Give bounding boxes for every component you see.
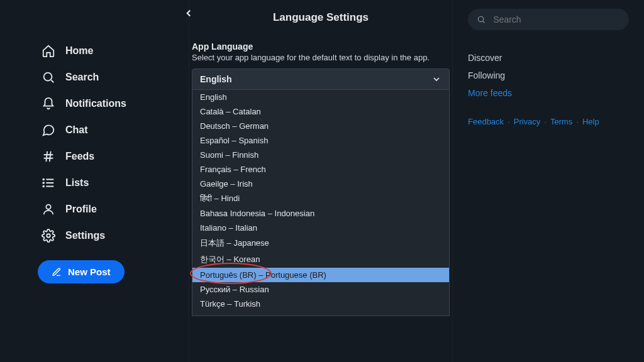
- footer-help[interactable]: Help: [582, 117, 599, 126]
- profile-icon: [42, 202, 55, 216]
- language-select-wrap: English EnglishCatalà – CatalanDeutsch –…: [192, 69, 450, 316]
- app-language-section: App Language Select your app language fo…: [189, 41, 452, 316]
- new-post-label: New Post: [68, 266, 111, 277]
- language-option[interactable]: 日本語 – Japanese: [192, 235, 449, 251]
- language-option[interactable]: Українська – Ukrainian: [192, 311, 449, 316]
- right-panel: Discover Following More feeds Feedback· …: [453, 0, 644, 362]
- nav-label: Lists: [65, 177, 89, 189]
- nav-label: Feeds: [65, 151, 94, 162]
- svg-point-5: [47, 234, 50, 238]
- nav-item-settings[interactable]: Settings: [38, 222, 174, 249]
- search-icon: [42, 70, 55, 84]
- new-post-button[interactable]: New Post: [38, 260, 125, 283]
- nav-item-chat[interactable]: Chat: [38, 117, 174, 143]
- more-feeds-link[interactable]: More feeds: [468, 84, 629, 102]
- nav-label: Settings: [65, 230, 105, 241]
- section-description: Select your app language for the default…: [192, 53, 450, 62]
- nav-item-lists[interactable]: Lists: [38, 170, 174, 196]
- nav-label: Profile: [65, 204, 97, 215]
- section-heading: App Language: [192, 41, 450, 52]
- chevron-down-icon: [431, 74, 441, 84]
- sidebar: Home Search Notifications Chat Feeds Lis…: [0, 0, 189, 362]
- footer-feedback[interactable]: Feedback: [468, 117, 504, 126]
- footer-terms[interactable]: Terms: [550, 117, 572, 126]
- svg-point-6: [478, 16, 483, 21]
- nav-item-feeds[interactable]: Feeds: [38, 143, 174, 170]
- language-option[interactable]: Português (BR) – Portuguese (BR): [192, 268, 449, 282]
- language-option[interactable]: Bahasa Indonesia – Indonesian: [192, 206, 449, 221]
- search-input[interactable]: [492, 14, 620, 25]
- language-option[interactable]: Türkçe – Turkish: [192, 297, 449, 311]
- search-box[interactable]: [468, 9, 629, 30]
- footer-links: Feedback· Privacy· Terms· Help: [468, 117, 629, 126]
- language-option[interactable]: Gaeilge – Irish: [192, 177, 449, 191]
- svg-point-0: [44, 73, 52, 81]
- footer-privacy[interactable]: Privacy: [514, 117, 541, 126]
- language-option[interactable]: हिंदी – Hindi: [192, 191, 449, 206]
- language-option[interactable]: Русский – Russian: [192, 282, 449, 297]
- nav-label: Search: [65, 72, 99, 83]
- page-title: Language Settings: [189, 5, 452, 35]
- nav-label: Home: [65, 45, 93, 57]
- language-option[interactable]: Deutsch – German: [192, 119, 449, 133]
- svg-point-4: [46, 205, 50, 209]
- language-options-list: EnglishCatalà – CatalanDeutsch – GermanE…: [192, 90, 450, 316]
- search-icon: [477, 14, 486, 25]
- language-option[interactable]: 한국어 – Korean: [192, 251, 449, 268]
- nav-label: Chat: [65, 124, 88, 136]
- language-option[interactable]: English: [192, 90, 449, 104]
- nav-item-home[interactable]: Home: [38, 38, 174, 64]
- feed-link-discover[interactable]: Discover: [468, 49, 629, 67]
- settings-panel: Language Settings App Language Select yo…: [189, 0, 453, 362]
- language-option[interactable]: Français – French: [192, 162, 449, 177]
- feed-link-following[interactable]: Following: [468, 67, 629, 84]
- bell-icon: [42, 97, 55, 111]
- language-option[interactable]: Català – Catalan: [192, 104, 449, 119]
- language-select[interactable]: English: [192, 69, 450, 90]
- nav-label: Notifications: [65, 98, 126, 109]
- svg-point-3: [43, 186, 44, 187]
- gear-icon: [42, 229, 55, 243]
- home-icon: [42, 44, 55, 58]
- nav-list: Home Search Notifications Chat Feeds Lis…: [38, 38, 174, 249]
- language-option[interactable]: Suomi – Finnish: [192, 148, 449, 162]
- svg-point-2: [43, 182, 44, 184]
- nav-item-profile[interactable]: Profile: [38, 196, 174, 222]
- hash-icon: [42, 150, 55, 163]
- list-icon: [42, 176, 55, 190]
- svg-point-1: [43, 179, 44, 180]
- compose-icon: [52, 267, 62, 277]
- feeds-box: Discover Following More feeds: [468, 49, 629, 102]
- language-option[interactable]: Italiano – Italian: [192, 221, 449, 235]
- nav-item-notifications[interactable]: Notifications: [38, 90, 174, 117]
- chat-icon: [42, 123, 55, 137]
- nav-item-search[interactable]: Search: [38, 64, 174, 90]
- language-selected-value: English: [200, 74, 232, 84]
- language-option[interactable]: Español – Spanish: [192, 133, 449, 148]
